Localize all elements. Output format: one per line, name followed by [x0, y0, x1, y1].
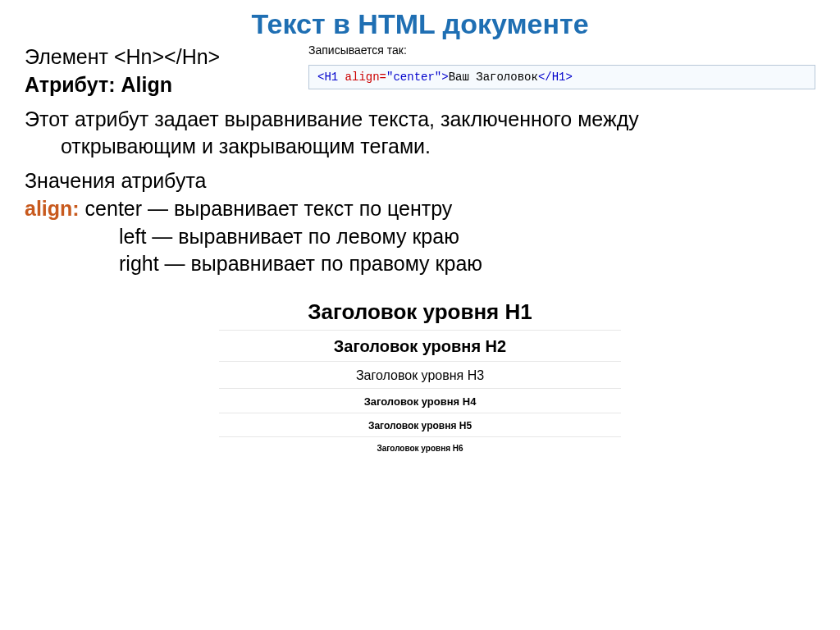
top-row: Элемент <Hn></Hn> Атрибут: Align Записыв… [25, 43, 815, 99]
sample-h4: Заголовок уровня H4 [219, 395, 621, 408]
description-line-1: Этот атрибут задает выравнивание текста,… [25, 106, 815, 134]
element-prefix: Элемент [25, 45, 114, 68]
sample-h5: Заголовок уровня H5 [219, 420, 621, 431]
left-text-block: Элемент <Hn></Hn> Атрибут: Align [25, 43, 304, 99]
code-open-tag: <H1 [317, 71, 345, 84]
align-value-left: left — выравнивает по левому краю [25, 223, 815, 251]
align-label: align: [25, 197, 80, 220]
description-line-2: открывающим и закрывающим тегами. [25, 133, 815, 161]
code-content: Ваш Заголовок [449, 71, 538, 84]
code-box: <H1 align="center">Ваш Заголовок</H1> [308, 65, 815, 89]
attribute-line: Атрибут: Align [25, 71, 304, 99]
code-example-block: Записывается так: <H1 align="center">Ваш… [304, 43, 815, 89]
divider [219, 436, 621, 437]
divider [219, 361, 621, 362]
element-line: Элемент <Hn></Hn> [25, 43, 304, 71]
sample-h1: Заголовок уровня H1 [219, 299, 621, 325]
element-tag: <Hn></Hn> [114, 45, 220, 68]
divider [219, 330, 621, 331]
code-caption: Записывается так: [308, 43, 815, 57]
sample-h3: Заголовок уровня H3 [219, 368, 621, 383]
align-value-center: center — выравнивает текст по центру [80, 197, 453, 220]
slide-content: Текст в HTML документе Элемент <Hn></Hn>… [0, 0, 840, 453]
code-close-tag: </H1> [538, 71, 573, 84]
sample-h6: Заголовок уровня H6 [219, 444, 621, 453]
divider [219, 388, 621, 389]
code-attr-val: "center" [386, 71, 441, 84]
code-close-open: > [441, 71, 448, 84]
slide-title: Текст в HTML документе [25, 8, 815, 40]
divider [219, 413, 621, 413]
align-value-right: right — выравнивает по правому краю [25, 250, 815, 278]
code-attr: align= [345, 71, 386, 84]
values-title: Значения атрибута [25, 167, 815, 195]
align-values-line-1: align: center — выравнивает текст по цен… [25, 195, 815, 223]
sample-h2: Заголовок уровня H2 [219, 337, 621, 356]
heading-samples: Заголовок уровня H1 Заголовок уровня H2 … [219, 299, 621, 453]
